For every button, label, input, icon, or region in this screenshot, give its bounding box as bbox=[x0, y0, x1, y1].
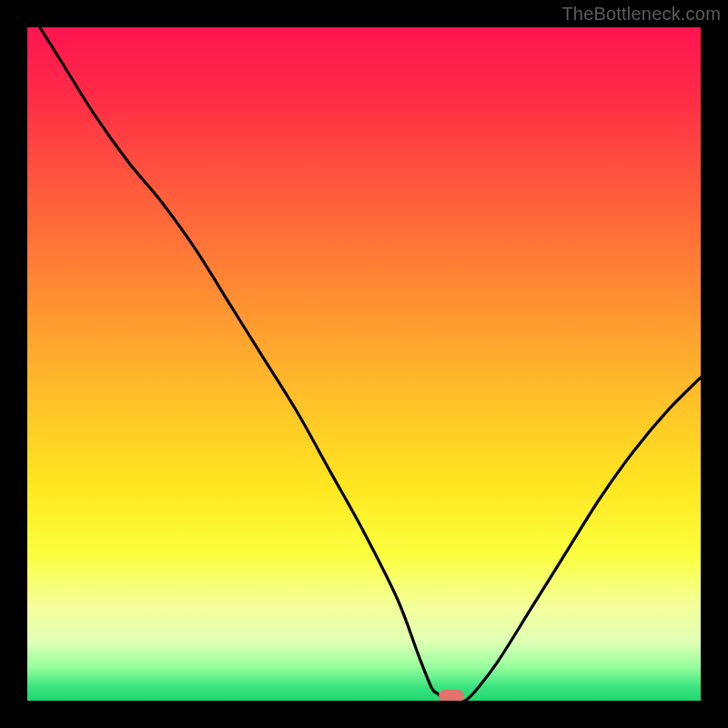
chart-frame: TheBottleneck.com bbox=[0, 0, 728, 728]
background-gradient bbox=[27, 27, 701, 701]
watermark-text: TheBottleneck.com bbox=[561, 4, 721, 25]
svg-rect-0 bbox=[27, 27, 701, 701]
plot-area bbox=[27, 27, 701, 701]
